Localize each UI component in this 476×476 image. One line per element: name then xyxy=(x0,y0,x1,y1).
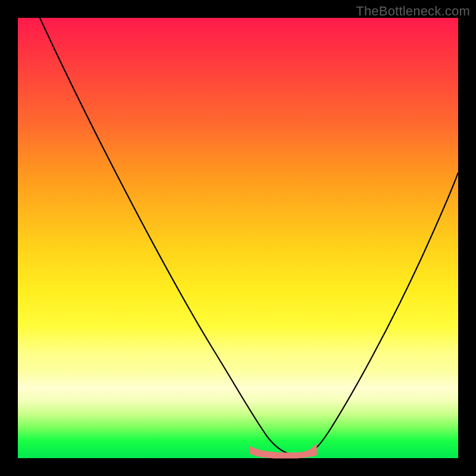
chart-curves xyxy=(18,18,458,458)
chart-frame: TheBottleneck.com xyxy=(0,0,476,476)
watermark-text: TheBottleneck.com xyxy=(356,4,470,19)
left-curve xyxy=(40,18,290,454)
right-curve xyxy=(307,173,458,454)
